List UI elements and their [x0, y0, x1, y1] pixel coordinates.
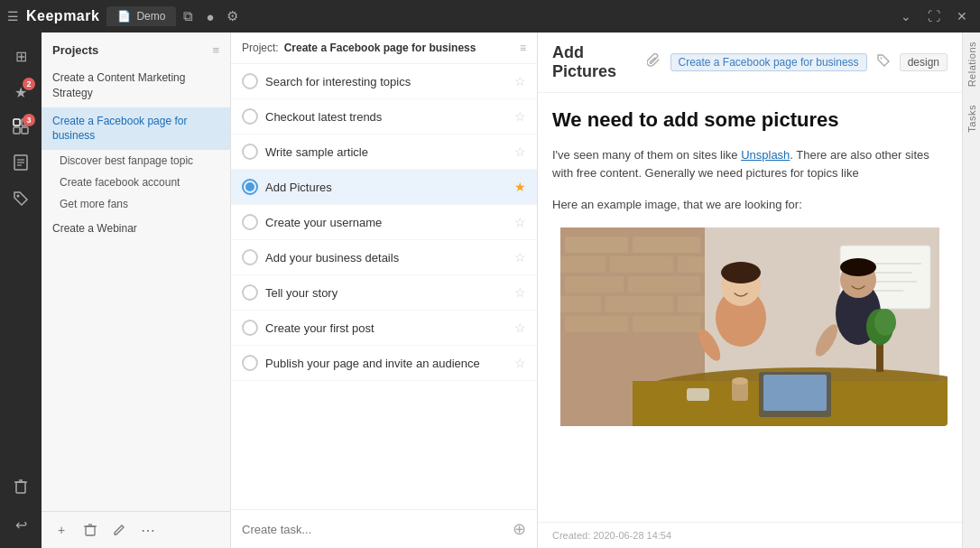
task-checkbox-selected[interactable]: [242, 179, 258, 195]
content-footer: Created: 2020-06-28 14:54: [538, 522, 962, 548]
sidebar-item-back[interactable]: ↩: [5, 508, 37, 541]
project-subitem-discover[interactable]: Discover best fanpage topic: [42, 150, 230, 172]
task-create-area: ⊕: [231, 509, 537, 548]
tasks-header-project-label: Project:: [242, 42, 279, 54]
task-checkbox[interactable]: [242, 355, 258, 371]
unsplash-link[interactable]: Unsplash: [741, 148, 790, 162]
tag-icon[interactable]: [874, 51, 892, 73]
tasks-panel: Project: Create a Facebook page for busi…: [231, 33, 538, 548]
subitem-label: Create facebook account: [60, 176, 180, 189]
gear-icon[interactable]: ⚙: [227, 8, 238, 24]
task-checkbox[interactable]: [242, 214, 258, 230]
task-item[interactable]: Tell your story ☆: [231, 275, 537, 311]
edit-project-button[interactable]: [108, 519, 130, 541]
task-checkbox[interactable]: [242, 284, 258, 301]
task-checkbox[interactable]: [242, 320, 258, 336]
project-label: Create a Facebook page for business: [52, 115, 187, 143]
task-checkbox[interactable]: [242, 108, 258, 125]
trash-icon: [14, 478, 28, 498]
task-label: Tell your story: [265, 286, 507, 300]
task-star-icon[interactable]: ☆: [514, 320, 526, 335]
tab-relations[interactable]: Relations: [963, 33, 981, 96]
create-task-input[interactable]: [242, 523, 505, 536]
svg-rect-51: [687, 388, 709, 401]
svg-rect-27: [678, 296, 705, 312]
title-bar-right: ⌄ ⛶ ✕: [895, 7, 973, 25]
tasks-menu-icon[interactable]: ≡: [520, 42, 526, 54]
sidebar-item-inbox[interactable]: ⊞: [5, 40, 37, 72]
svg-point-46: [874, 309, 896, 336]
task-star-icon[interactable]: ☆: [514, 250, 526, 265]
task-star-icon[interactable]: ☆: [514, 109, 526, 124]
design-tag[interactable]: design: [900, 53, 948, 71]
task-star-icon[interactable]: ★: [514, 180, 526, 194]
add-project-button[interactable]: +: [51, 519, 72, 541]
hamburger-icon[interactable]: ☰: [7, 9, 19, 23]
svg-rect-29: [633, 316, 700, 332]
project-item-webinar[interactable]: Create a Webinar: [42, 215, 230, 243]
svg-rect-3: [22, 127, 28, 134]
app-logo: Keepmark: [26, 8, 99, 24]
content-header: Add Pictures Create a Facebook page for …: [538, 33, 962, 93]
svg-rect-12: [86, 526, 95, 535]
task-item[interactable]: Create your username ☆: [231, 205, 537, 240]
tab-tasks[interactable]: Tasks: [963, 96, 981, 142]
right-tab-bar: Relations Tasks: [962, 33, 980, 548]
content-text-2: Here an example image, that we are looki…: [552, 196, 948, 215]
attachment-icon[interactable]: [645, 51, 663, 73]
task-star-icon[interactable]: ☆: [514, 285, 526, 300]
task-label: Add Pictures: [265, 181, 507, 194]
task-star-icon[interactable]: ☆: [514, 215, 526, 229]
tab-label: Demo: [136, 10, 165, 23]
demo-tab[interactable]: 📄 Demo: [106, 6, 176, 26]
circle-icon[interactable]: ●: [206, 9, 214, 24]
task-item[interactable]: Publish your page and invite an audience…: [231, 346, 537, 381]
sidebar-item-notes[interactable]: [5, 148, 37, 181]
add-task-button[interactable]: ⊕: [513, 519, 526, 539]
svg-point-8: [17, 195, 20, 198]
content-text-1: I've seen many of them on sites like Uns…: [552, 146, 948, 184]
task-item[interactable]: Checkout latest trends ☆: [231, 99, 537, 135]
task-checkbox[interactable]: [242, 73, 258, 89]
svg-rect-24: [628, 276, 700, 293]
task-item[interactable]: Add your business details ☆: [231, 240, 537, 275]
copy-icon[interactable]: ⧉: [183, 8, 193, 24]
task-label: Search for interesting topics: [265, 75, 507, 88]
content-heading: We need to add some pictures: [552, 107, 948, 134]
task-item[interactable]: Create your first post ☆: [231, 311, 537, 346]
projects-header: Projects ≡: [42, 33, 230, 64]
maximize-button[interactable]: ⛶: [922, 7, 946, 25]
task-item[interactable]: Write sample article ☆: [231, 135, 537, 170]
sidebar-item-trash[interactable]: [5, 472, 37, 505]
delete-project-button[interactable]: [79, 519, 101, 541]
sidebar-item-tags[interactable]: [5, 184, 37, 217]
task-checkbox[interactable]: [242, 249, 258, 265]
task-star-icon[interactable]: ☆: [514, 144, 526, 159]
task-item[interactable]: Search for interesting topics ☆: [231, 64, 537, 99]
minimize-button[interactable]: ⌄: [895, 7, 917, 25]
task-label: Checkout latest trends: [265, 110, 507, 124]
projects-list: Create a Content Marketing Strategy Crea…: [42, 64, 230, 511]
svg-rect-18: [565, 237, 628, 253]
svg-rect-48: [763, 375, 827, 411]
task-checkbox[interactable]: [242, 144, 258, 160]
more-project-button[interactable]: ⋯: [137, 519, 159, 541]
content-title: Add Pictures: [552, 43, 636, 81]
close-button[interactable]: ✕: [951, 7, 973, 25]
subitem-label: Discover best fanpage topic: [60, 154, 193, 167]
project-subitem-create-account[interactable]: Create facebook account: [42, 172, 230, 193]
task-item-add-pictures[interactable]: Add Pictures ★: [231, 170, 537, 205]
sidebar-item-projects[interactable]: 3: [5, 112, 37, 144]
project-subitem-get-fans[interactable]: Get more fans: [42, 193, 230, 215]
sidebar-item-starred[interactable]: ★ 2: [5, 76, 37, 108]
task-star-icon[interactable]: ☆: [514, 74, 526, 88]
svg-rect-20: [560, 256, 606, 273]
svg-rect-26: [606, 296, 673, 312]
project-item-content-marketing[interactable]: Create a Content Marketing Strategy: [42, 64, 230, 107]
task-label: Create your username: [265, 216, 507, 229]
project-item-facebook[interactable]: Create a Facebook page for business: [42, 107, 230, 151]
task-star-icon[interactable]: ☆: [514, 356, 526, 370]
svg-point-40: [721, 262, 761, 283]
projects-menu-icon[interactable]: ≡: [212, 43, 219, 57]
project-tag[interactable]: Create a Facebook page for business: [670, 53, 867, 71]
